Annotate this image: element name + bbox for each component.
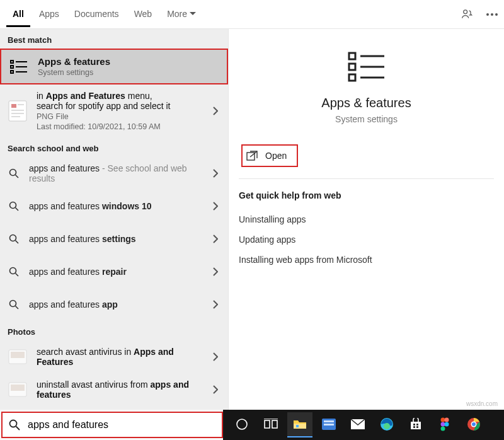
svg-point-59: [445, 422, 449, 427]
svg-rect-30: [349, 53, 355, 59]
tab-all[interactable]: All: [6, 1, 30, 27]
svg-rect-12: [18, 104, 24, 105]
svg-point-20: [10, 235, 16, 241]
filter-tabs: All Apps Documents Web More: [6, 1, 202, 27]
svg-point-2: [491, 13, 493, 16]
png-file-icon: [8, 101, 28, 121]
svg-rect-8: [11, 71, 13, 73]
web-result[interactable]: apps and features - See school and web r…: [0, 157, 228, 190]
svg-line-23: [16, 274, 19, 277]
svg-point-39: [237, 419, 247, 429]
chevron-down-icon: [190, 12, 196, 16]
image-icon: [8, 347, 28, 367]
svg-point-22: [10, 268, 16, 274]
svg-line-17: [16, 175, 19, 178]
taskbar-app-1[interactable]: [316, 412, 341, 437]
taskbar-explorer[interactable]: [287, 412, 312, 437]
svg-point-3: [495, 13, 498, 16]
more-options-icon[interactable]: [486, 13, 498, 16]
svg-rect-34: [349, 74, 355, 81]
taskbar: [223, 410, 504, 440]
png-file-result[interactable]: in Apps and Features menu, search for sp…: [0, 84, 228, 137]
taskbar-taskview[interactable]: [258, 412, 284, 437]
chevron-right-icon: [210, 107, 220, 115]
open-icon: [246, 151, 258, 161]
taskbar-cortana[interactable]: [229, 412, 255, 437]
taskbar-edge[interactable]: [374, 412, 399, 437]
svg-rect-55: [416, 426, 418, 428]
bottom-bar: [0, 410, 504, 440]
svg-rect-46: [324, 420, 334, 422]
results-pane: Best match Apps & features System settin…: [0, 29, 228, 410]
result-subtitle: System settings: [38, 68, 219, 77]
svg-rect-40: [265, 420, 270, 428]
tab-more-label: More: [167, 9, 187, 19]
preview-title: Apps & features: [239, 96, 494, 110]
main-content: Best match Apps & features System settin…: [0, 29, 504, 410]
svg-rect-44: [296, 425, 299, 427]
divider: [239, 178, 494, 179]
svg-rect-27: [11, 352, 25, 358]
result-title: search avast antivirus in Apps and Featu…: [37, 347, 202, 367]
svg-rect-43: [294, 424, 306, 429]
svg-rect-11: [11, 104, 16, 108]
image-icon: [8, 379, 28, 400]
svg-rect-29: [11, 385, 25, 391]
feedback-icon[interactable]: [461, 8, 474, 21]
photo-result[interactable]: uninstall avast antivirus from apps and …: [0, 373, 228, 406]
svg-point-1: [486, 13, 489, 16]
section-search-web: Search school and web: [0, 137, 228, 157]
svg-rect-15: [11, 116, 20, 117]
svg-line-38: [16, 427, 20, 431]
result-modified: Last modified: 10/9/2021, 10:59 AM: [37, 122, 202, 131]
svg-rect-13: [11, 110, 24, 111]
svg-rect-32: [349, 64, 355, 70]
svg-point-56: [441, 418, 445, 422]
top-nav: All Apps Documents Web More: [0, 0, 504, 29]
svg-point-60: [441, 427, 445, 431]
web-result[interactable]: apps and features windows 10: [0, 190, 228, 223]
search-icon: [8, 262, 20, 282]
tab-apps[interactable]: Apps: [33, 1, 66, 27]
svg-point-18: [10, 202, 16, 209]
search-box[interactable]: [1, 412, 223, 438]
svg-point-57: [445, 418, 449, 422]
svg-point-16: [10, 170, 16, 176]
search-icon: [8, 196, 20, 216]
chevron-right-icon: [210, 352, 220, 361]
help-link-update[interactable]: Updating apps: [239, 229, 494, 250]
preview-pane: Apps & features System settings Open Get…: [228, 29, 504, 410]
help-header: Get quick help from web: [239, 190, 494, 200]
search-icon: [8, 294, 20, 315]
section-photos: Photos: [0, 321, 228, 340]
taskbar-chrome[interactable]: [461, 412, 486, 437]
result-title: apps and features windows 10: [29, 201, 202, 211]
open-button[interactable]: Open: [241, 144, 298, 167]
svg-point-50: [384, 423, 390, 429]
web-result[interactable]: apps and features repair: [0, 255, 228, 288]
svg-point-63: [472, 422, 476, 426]
result-title: in Apps and Features menu, search for sp…: [37, 91, 202, 111]
best-match-result[interactable]: Apps & features System settings: [0, 49, 228, 84]
chevron-right-icon: [210, 300, 220, 309]
tab-documents[interactable]: Documents: [68, 1, 125, 27]
web-result[interactable]: apps and features settings: [0, 223, 228, 255]
chevron-right-icon: [210, 267, 220, 276]
svg-rect-14: [11, 113, 24, 114]
taskbar-store[interactable]: [403, 412, 428, 437]
tab-web[interactable]: Web: [128, 1, 159, 27]
help-link-webapps[interactable]: Installing web apps from Microsoft: [239, 250, 494, 270]
svg-rect-53: [416, 424, 418, 426]
help-link-uninstall[interactable]: Uninstalling apps: [239, 209, 494, 229]
chevron-right-icon: [210, 234, 220, 243]
result-title: apps and features repair: [29, 267, 202, 277]
tab-more[interactable]: More: [161, 1, 202, 27]
taskbar-figma[interactable]: [432, 412, 457, 437]
web-result[interactable]: apps and features app: [0, 288, 228, 321]
svg-line-25: [16, 306, 19, 310]
photo-result[interactable]: search avast antivirus in Apps and Featu…: [0, 340, 228, 373]
svg-line-21: [16, 241, 19, 244]
taskbar-mail[interactable]: [345, 412, 370, 437]
settings-list-icon: [9, 57, 29, 77]
search-input[interactable]: [26, 419, 222, 431]
